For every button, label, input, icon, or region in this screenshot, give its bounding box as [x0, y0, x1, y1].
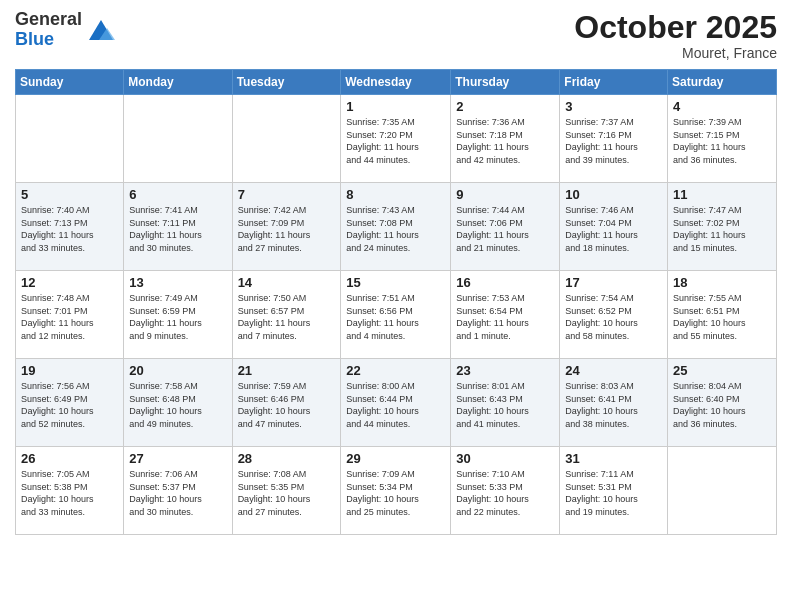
- day-number: 19: [21, 363, 118, 378]
- day-detail: Sunrise: 8:03 AM Sunset: 6:41 PM Dayligh…: [565, 380, 662, 430]
- calendar-cell: 19Sunrise: 7:56 AM Sunset: 6:49 PM Dayli…: [16, 359, 124, 447]
- day-detail: Sunrise: 7:36 AM Sunset: 7:18 PM Dayligh…: [456, 116, 554, 166]
- day-detail: Sunrise: 7:59 AM Sunset: 6:46 PM Dayligh…: [238, 380, 336, 430]
- day-number: 5: [21, 187, 118, 202]
- day-detail: Sunrise: 7:58 AM Sunset: 6:48 PM Dayligh…: [129, 380, 226, 430]
- day-number: 6: [129, 187, 226, 202]
- day-detail: Sunrise: 7:56 AM Sunset: 6:49 PM Dayligh…: [21, 380, 118, 430]
- day-detail: Sunrise: 7:46 AM Sunset: 7:04 PM Dayligh…: [565, 204, 662, 254]
- calendar-cell: 11Sunrise: 7:47 AM Sunset: 7:02 PM Dayli…: [668, 183, 777, 271]
- day-number: 8: [346, 187, 445, 202]
- day-detail: Sunrise: 7:40 AM Sunset: 7:13 PM Dayligh…: [21, 204, 118, 254]
- calendar-cell: 16Sunrise: 7:53 AM Sunset: 6:54 PM Dayli…: [451, 271, 560, 359]
- calendar-cell: 23Sunrise: 8:01 AM Sunset: 6:43 PM Dayli…: [451, 359, 560, 447]
- calendar-cell: 21Sunrise: 7:59 AM Sunset: 6:46 PM Dayli…: [232, 359, 341, 447]
- calendar-week-row: 19Sunrise: 7:56 AM Sunset: 6:49 PM Dayli…: [16, 359, 777, 447]
- day-detail: Sunrise: 7:47 AM Sunset: 7:02 PM Dayligh…: [673, 204, 771, 254]
- weekday-header: Sunday: [16, 70, 124, 95]
- day-number: 28: [238, 451, 336, 466]
- logo-general-text: General: [15, 9, 82, 29]
- day-detail: Sunrise: 7:05 AM Sunset: 5:38 PM Dayligh…: [21, 468, 118, 518]
- day-detail: Sunrise: 7:44 AM Sunset: 7:06 PM Dayligh…: [456, 204, 554, 254]
- day-detail: Sunrise: 7:53 AM Sunset: 6:54 PM Dayligh…: [456, 292, 554, 342]
- calendar-cell: 9Sunrise: 7:44 AM Sunset: 7:06 PM Daylig…: [451, 183, 560, 271]
- day-number: 23: [456, 363, 554, 378]
- day-detail: Sunrise: 7:37 AM Sunset: 7:16 PM Dayligh…: [565, 116, 662, 166]
- day-number: 15: [346, 275, 445, 290]
- header: General Blue October 2025 Mouret, France: [15, 10, 777, 61]
- weekday-header: Wednesday: [341, 70, 451, 95]
- day-detail: Sunrise: 7:11 AM Sunset: 5:31 PM Dayligh…: [565, 468, 662, 518]
- weekday-header: Tuesday: [232, 70, 341, 95]
- day-number: 29: [346, 451, 445, 466]
- day-detail: Sunrise: 7:35 AM Sunset: 7:20 PM Dayligh…: [346, 116, 445, 166]
- calendar-cell: [124, 95, 232, 183]
- day-number: 21: [238, 363, 336, 378]
- day-number: 14: [238, 275, 336, 290]
- calendar-cell: 20Sunrise: 7:58 AM Sunset: 6:48 PM Dayli…: [124, 359, 232, 447]
- day-detail: Sunrise: 7:10 AM Sunset: 5:33 PM Dayligh…: [456, 468, 554, 518]
- day-number: 2: [456, 99, 554, 114]
- calendar-header-row: SundayMondayTuesdayWednesdayThursdayFrid…: [16, 70, 777, 95]
- calendar-cell: [668, 447, 777, 535]
- logo: General Blue: [15, 10, 117, 50]
- day-detail: Sunrise: 7:42 AM Sunset: 7:09 PM Dayligh…: [238, 204, 336, 254]
- day-detail: Sunrise: 7:39 AM Sunset: 7:15 PM Dayligh…: [673, 116, 771, 166]
- calendar-cell: 18Sunrise: 7:55 AM Sunset: 6:51 PM Dayli…: [668, 271, 777, 359]
- calendar-cell: 10Sunrise: 7:46 AM Sunset: 7:04 PM Dayli…: [560, 183, 668, 271]
- page: General Blue October 2025 Mouret, France…: [0, 0, 792, 612]
- day-number: 16: [456, 275, 554, 290]
- day-detail: Sunrise: 7:54 AM Sunset: 6:52 PM Dayligh…: [565, 292, 662, 342]
- calendar-cell: 29Sunrise: 7:09 AM Sunset: 5:34 PM Dayli…: [341, 447, 451, 535]
- day-detail: Sunrise: 7:48 AM Sunset: 7:01 PM Dayligh…: [21, 292, 118, 342]
- day-detail: Sunrise: 7:09 AM Sunset: 5:34 PM Dayligh…: [346, 468, 445, 518]
- calendar-cell: [232, 95, 341, 183]
- calendar-cell: 13Sunrise: 7:49 AM Sunset: 6:59 PM Dayli…: [124, 271, 232, 359]
- day-detail: Sunrise: 8:04 AM Sunset: 6:40 PM Dayligh…: [673, 380, 771, 430]
- title-block: October 2025 Mouret, France: [574, 10, 777, 61]
- day-number: 9: [456, 187, 554, 202]
- day-detail: Sunrise: 7:41 AM Sunset: 7:11 PM Dayligh…: [129, 204, 226, 254]
- calendar-cell: 26Sunrise: 7:05 AM Sunset: 5:38 PM Dayli…: [16, 447, 124, 535]
- day-detail: Sunrise: 8:01 AM Sunset: 6:43 PM Dayligh…: [456, 380, 554, 430]
- calendar-cell: 5Sunrise: 7:40 AM Sunset: 7:13 PM Daylig…: [16, 183, 124, 271]
- calendar-cell: 15Sunrise: 7:51 AM Sunset: 6:56 PM Dayli…: [341, 271, 451, 359]
- weekday-header: Monday: [124, 70, 232, 95]
- day-number: 13: [129, 275, 226, 290]
- weekday-header: Thursday: [451, 70, 560, 95]
- day-number: 7: [238, 187, 336, 202]
- day-number: 20: [129, 363, 226, 378]
- day-number: 27: [129, 451, 226, 466]
- calendar-cell: 4Sunrise: 7:39 AM Sunset: 7:15 PM Daylig…: [668, 95, 777, 183]
- day-number: 18: [673, 275, 771, 290]
- calendar-cell: 31Sunrise: 7:11 AM Sunset: 5:31 PM Dayli…: [560, 447, 668, 535]
- day-number: 10: [565, 187, 662, 202]
- calendar-week-row: 12Sunrise: 7:48 AM Sunset: 7:01 PM Dayli…: [16, 271, 777, 359]
- calendar-cell: 14Sunrise: 7:50 AM Sunset: 6:57 PM Dayli…: [232, 271, 341, 359]
- day-number: 25: [673, 363, 771, 378]
- logo-blue-text: Blue: [15, 29, 54, 49]
- day-detail: Sunrise: 8:00 AM Sunset: 6:44 PM Dayligh…: [346, 380, 445, 430]
- day-number: 12: [21, 275, 118, 290]
- day-number: 24: [565, 363, 662, 378]
- calendar-week-row: 5Sunrise: 7:40 AM Sunset: 7:13 PM Daylig…: [16, 183, 777, 271]
- day-detail: Sunrise: 7:06 AM Sunset: 5:37 PM Dayligh…: [129, 468, 226, 518]
- calendar-cell: 27Sunrise: 7:06 AM Sunset: 5:37 PM Dayli…: [124, 447, 232, 535]
- calendar-cell: 3Sunrise: 7:37 AM Sunset: 7:16 PM Daylig…: [560, 95, 668, 183]
- day-number: 1: [346, 99, 445, 114]
- day-detail: Sunrise: 7:50 AM Sunset: 6:57 PM Dayligh…: [238, 292, 336, 342]
- calendar-week-row: 26Sunrise: 7:05 AM Sunset: 5:38 PM Dayli…: [16, 447, 777, 535]
- calendar-cell: 24Sunrise: 8:03 AM Sunset: 6:41 PM Dayli…: [560, 359, 668, 447]
- calendar-cell: 7Sunrise: 7:42 AM Sunset: 7:09 PM Daylig…: [232, 183, 341, 271]
- calendar-cell: 12Sunrise: 7:48 AM Sunset: 7:01 PM Dayli…: [16, 271, 124, 359]
- day-number: 4: [673, 99, 771, 114]
- day-number: 26: [21, 451, 118, 466]
- day-detail: Sunrise: 7:49 AM Sunset: 6:59 PM Dayligh…: [129, 292, 226, 342]
- calendar-cell: 30Sunrise: 7:10 AM Sunset: 5:33 PM Dayli…: [451, 447, 560, 535]
- calendar-cell: 6Sunrise: 7:41 AM Sunset: 7:11 PM Daylig…: [124, 183, 232, 271]
- day-detail: Sunrise: 7:43 AM Sunset: 7:08 PM Dayligh…: [346, 204, 445, 254]
- day-detail: Sunrise: 7:55 AM Sunset: 6:51 PM Dayligh…: [673, 292, 771, 342]
- day-number: 17: [565, 275, 662, 290]
- location: Mouret, France: [574, 45, 777, 61]
- day-number: 3: [565, 99, 662, 114]
